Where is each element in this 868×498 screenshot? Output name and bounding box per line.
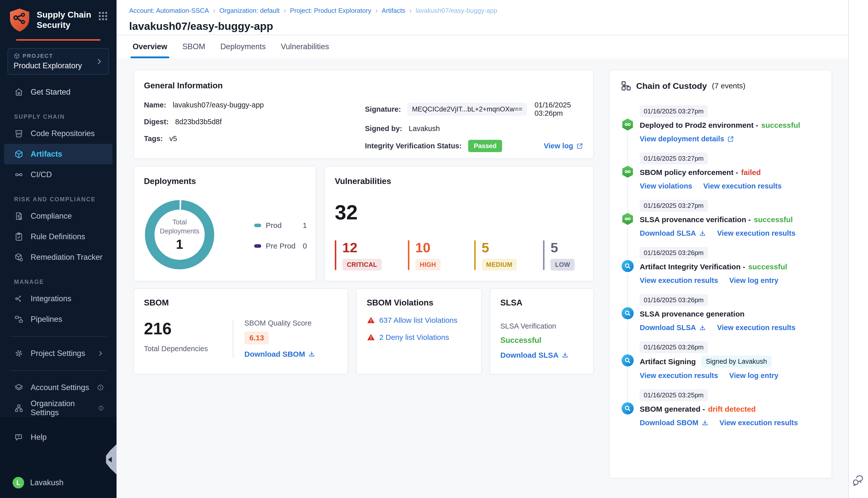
breadcrumb-current[interactable]: lavakush07/easy-buggy-app	[416, 7, 497, 15]
breadcrumb-account[interactable]: Account: Automation-SSCA	[129, 7, 209, 15]
allow-list-violations-link[interactable]: 637 Allow list Violations	[379, 316, 457, 325]
tab-overview[interactable]: Overview	[133, 35, 167, 58]
general-information-card: General Information Name:lavakush07/easy…	[133, 70, 594, 159]
breadcrumb-artifacts[interactable]: Artifacts	[382, 7, 405, 15]
signed-by-badge: Signed by Lavakush	[701, 356, 771, 367]
user-menu[interactable]: L Lavakush	[4, 474, 113, 492]
severity-badge-high: HIGH	[415, 259, 441, 271]
sidebar-item-integrations[interactable]: Integrations	[4, 288, 113, 309]
sidebar-header: Supply ChainSecurity	[0, 0, 117, 41]
slsa-verification-label: SLSA Verification	[500, 322, 583, 330]
org-chart-icon	[14, 403, 24, 413]
card-title: General Information	[144, 81, 583, 90]
info-icon	[97, 384, 104, 391]
chain-event: 01/16/2025 03:27pm Deployed to Prod2 env…	[622, 105, 820, 143]
download-sbom-link[interactable]: Download SBOM	[244, 350, 315, 358]
feedback-chat-icon[interactable]	[852, 475, 865, 488]
project-label: PROJECT	[23, 53, 53, 59]
sidebar-item-remediation-tracker[interactable]: Remediation Tracker	[4, 247, 113, 267]
sidebar-item-rule-definitions[interactable]: Rule Definitions	[4, 226, 113, 247]
sidebar-item-artifacts[interactable]: Artifacts	[4, 144, 113, 165]
sidebar-item-help[interactable]: Help	[4, 429, 113, 446]
brand-accent-rule	[16, 39, 101, 41]
tab-deployments[interactable]: Deployments	[220, 35, 266, 58]
sidebar-item-code-repositories[interactable]: Code Repositories	[4, 123, 113, 144]
severity-high: 10 HIGH	[408, 240, 448, 271]
event-title: SBOM policy enforcement -	[640, 168, 738, 177]
scan-module-icon	[622, 402, 634, 415]
view-execution-results-link[interactable]: View execution results	[717, 229, 795, 237]
app-title: Supply ChainSecurity	[37, 10, 91, 30]
tab-vulnerabilities[interactable]: Vulnerabilities	[281, 35, 329, 58]
breadcrumb-separator: ›	[375, 6, 377, 15]
scan-module-icon	[622, 354, 634, 366]
tags-value: v5	[169, 134, 177, 143]
download-slsa-link[interactable]: Download SLSA	[500, 351, 569, 359]
severity-badge-medium: MEDIUM	[482, 259, 517, 271]
download-sbom-link[interactable]: Download SBOM	[640, 419, 709, 427]
deny-list-violations-link[interactable]: 2 Deny list Violations	[379, 333, 449, 342]
clipboard-check-icon	[14, 232, 24, 241]
tab-bar: Overview SBOM Deployments Vulnerabilitie…	[117, 35, 848, 58]
download-icon	[308, 351, 315, 358]
total-dependencies-label: Total Dependencies	[144, 345, 233, 353]
sidebar-item-pipelines[interactable]: Pipelines	[4, 309, 113, 330]
donut-center-label: Total Deployments	[159, 218, 200, 236]
view-log-entry-link[interactable]: View log entry	[729, 371, 778, 380]
divider	[10, 370, 106, 371]
integrity-status-label: Integrity Verification Status:	[365, 142, 462, 150]
event-status: successful	[761, 121, 800, 130]
home-icon	[14, 87, 24, 97]
view-execution-results-link[interactable]: View execution results	[720, 419, 798, 427]
view-deployment-details-link[interactable]: View deployment details	[640, 135, 734, 143]
sbom-card: SBOM 216 Total Dependencies SBOM Quality…	[133, 288, 348, 375]
name-label: Name:	[144, 101, 166, 109]
sidebar-item-get-started[interactable]: Get Started	[4, 82, 113, 102]
tab-sbom[interactable]: SBOM	[182, 35, 205, 58]
sidebar: Supply ChainSecurity PROJECT Product Exp…	[0, 0, 117, 498]
view-log-link[interactable]: View log	[544, 142, 583, 150]
view-execution-results-link[interactable]: View execution results	[640, 276, 718, 285]
download-icon	[699, 324, 706, 331]
download-icon	[699, 230, 706, 237]
pipeline-icon	[14, 315, 24, 324]
view-violations-link[interactable]: View violations	[640, 182, 692, 190]
severity-badge-low: LOW	[550, 259, 575, 271]
sidebar-item-organization-settings[interactable]: Organization Settings	[4, 398, 113, 418]
cd-module-icon	[622, 213, 634, 225]
download-slsa-link[interactable]: Download SLSA	[640, 324, 706, 332]
sidebar-item-cicd[interactable]: CI/CD	[4, 165, 113, 185]
layers-icon	[14, 383, 24, 392]
sidebar-item-compliance[interactable]: Compliance	[4, 206, 113, 226]
sidebar-item-project-settings[interactable]: Project Settings	[4, 343, 113, 364]
download-icon	[701, 419, 709, 427]
module-grid-icon[interactable]	[98, 11, 108, 22]
event-title: SLSA provenance generation	[640, 310, 744, 318]
event-title: Artifact Signing	[640, 357, 696, 366]
total-dependencies-value: 216	[144, 319, 233, 338]
name-value: lavakush07/easy-buggy-app	[173, 101, 264, 109]
card-title: SBOM Violations	[367, 298, 471, 307]
chain-event: 01/16/2025 03:27pm SLSA provenance verif…	[622, 200, 820, 237]
view-execution-results-link[interactable]: View execution results	[717, 324, 795, 332]
card-title: SLSA	[500, 298, 583, 307]
cube-wrench-icon	[14, 252, 24, 262]
view-execution-results-link[interactable]: View execution results	[640, 371, 718, 380]
section-manage: MANAGE	[14, 279, 113, 285]
event-title: Deployed to Prod2 environment -	[640, 121, 758, 130]
signature-value[interactable]: MEQCICde2VjIT...bL+2+mqnOXw==	[407, 103, 527, 116]
deployments-legend: Prod 1 Pre Prod 0	[254, 221, 307, 262]
sidebar-item-account-settings[interactable]: Account Settings	[4, 377, 113, 398]
breadcrumb-project[interactable]: Project: Product Exploratory	[290, 7, 372, 15]
project-selector[interactable]: PROJECT Product Exploratory	[8, 48, 109, 75]
legend-value-prod: 1	[303, 221, 307, 230]
cd-module-icon	[622, 118, 634, 131]
view-execution-results-link[interactable]: View execution results	[703, 182, 781, 190]
share-nodes-icon	[14, 294, 24, 303]
breadcrumb-organization[interactable]: Organization: default	[219, 7, 280, 15]
view-log-entry-link[interactable]: View log entry	[729, 276, 778, 285]
chain-title: Chain of Custody	[636, 81, 707, 91]
legend-swatch-preprod	[254, 244, 261, 248]
deployments-donut-chart: Total Deployments 1	[145, 200, 214, 269]
download-slsa-link[interactable]: Download SLSA	[640, 229, 706, 237]
